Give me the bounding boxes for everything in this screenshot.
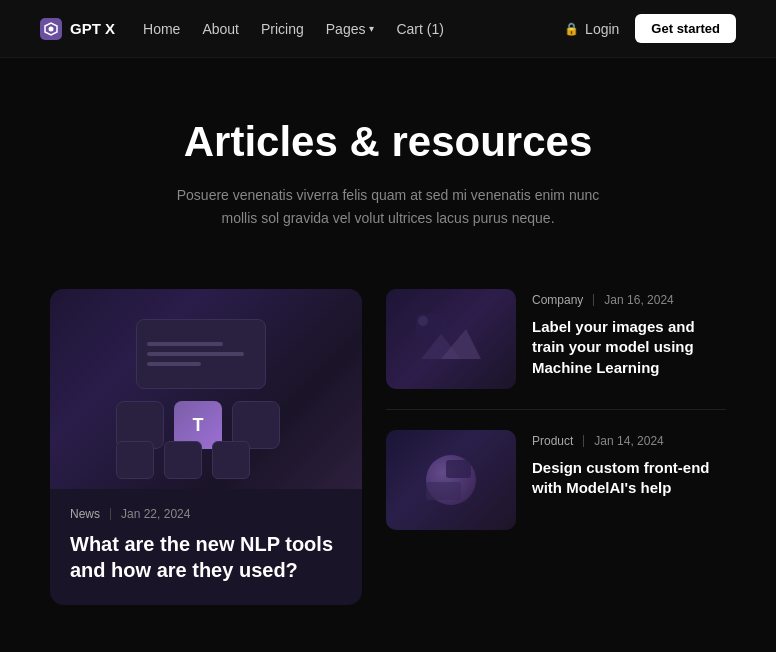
lock-icon: 🔒 (564, 22, 579, 36)
mockup-top-card (136, 319, 266, 389)
small-card-content-2: Product Jan 14, 2024 Design custom front… (532, 430, 726, 499)
articles-section: T News Jan 22, 2024 Wh (0, 269, 776, 645)
nav-pages[interactable]: Pages ▾ (326, 21, 375, 37)
small-card-category-2: Product (532, 434, 573, 448)
mockup-small-box-1 (116, 441, 154, 479)
small-card-title-2: Design custom front-end with ModelAI's h… (532, 458, 726, 499)
small-card-thumb-1 (386, 289, 516, 389)
mockup-line-1 (147, 342, 223, 346)
nav-links: Home About Pricing Pages ▾ Cart (1) (143, 21, 444, 37)
svg-rect-7 (426, 482, 461, 500)
hero-title: Articles & resources (40, 118, 736, 166)
small-card-meta-1: Company Jan 16, 2024 (532, 293, 726, 307)
big-card-meta-divider (110, 508, 111, 520)
nav-pricing[interactable]: Pricing (261, 21, 304, 37)
small-card-1[interactable]: Company Jan 16, 2024 Label your images a… (386, 289, 726, 410)
small-card-title-1: Label your images and train your model u… (532, 317, 726, 378)
articles-grid: T News Jan 22, 2024 Wh (50, 289, 726, 605)
nav-left: GPT X Home About Pricing Pages ▾ Cart (1… (40, 18, 444, 40)
svg-rect-6 (446, 460, 471, 478)
get-started-button[interactable]: Get started (635, 14, 736, 43)
small-card-date-2: Jan 14, 2024 (594, 434, 663, 448)
thumb-deco-2 (386, 430, 516, 530)
small-cards-col: Company Jan 16, 2024 Label your images a… (386, 289, 726, 550)
code-icon (421, 450, 481, 510)
big-card-image: T (50, 289, 362, 489)
chevron-down-icon: ▾ (369, 23, 374, 34)
big-card-category: News (70, 507, 100, 521)
login-button[interactable]: 🔒 Login (564, 21, 619, 37)
hero-subtitle: Posuere venenatis viverra felis quam at … (158, 184, 618, 229)
nav-home[interactable]: Home (143, 21, 180, 37)
logo[interactable]: GPT X (40, 18, 115, 40)
big-card[interactable]: T News Jan 22, 2024 Wh (50, 289, 362, 605)
mockup-container: T (106, 309, 306, 469)
mockup-bottom-row (116, 441, 250, 479)
bottom-strip (0, 645, 776, 652)
mockup-small-box-2 (164, 441, 202, 479)
small-card-content-1: Company Jan 16, 2024 Label your images a… (532, 289, 726, 378)
small-card-meta-divider-2 (583, 435, 584, 447)
small-card-category-1: Company (532, 293, 583, 307)
small-card-thumb-2 (386, 430, 516, 530)
nav-about[interactable]: About (202, 21, 239, 37)
thumb-deco-1 (386, 289, 516, 389)
nav-right: 🔒 Login Get started (564, 14, 736, 43)
small-card-meta-2: Product Jan 14, 2024 (532, 434, 726, 448)
big-card-date: Jan 22, 2024 (121, 507, 190, 521)
mockup-small-box-3 (212, 441, 250, 479)
logo-text: GPT X (70, 20, 115, 37)
navbar: GPT X Home About Pricing Pages ▾ Cart (1… (0, 0, 776, 58)
hero-section: Articles & resources Posuere venenatis v… (0, 58, 776, 269)
big-card-title: What are the new NLP tools and how are t… (70, 531, 342, 583)
nav-cart[interactable]: Cart (1) (396, 21, 443, 37)
small-card-date-1: Jan 16, 2024 (604, 293, 673, 307)
logo-icon (40, 18, 62, 40)
small-card-meta-divider-1 (593, 294, 594, 306)
mockup-line-2 (147, 352, 244, 356)
svg-point-5 (418, 316, 428, 326)
big-card-content: News Jan 22, 2024 What are the new NLP t… (50, 489, 362, 605)
mountain-icon (411, 309, 491, 369)
mockup-line-3 (147, 362, 201, 366)
big-card-meta: News Jan 22, 2024 (70, 507, 342, 521)
small-card-2[interactable]: Product Jan 14, 2024 Design custom front… (386, 410, 726, 550)
svg-point-1 (49, 26, 54, 31)
